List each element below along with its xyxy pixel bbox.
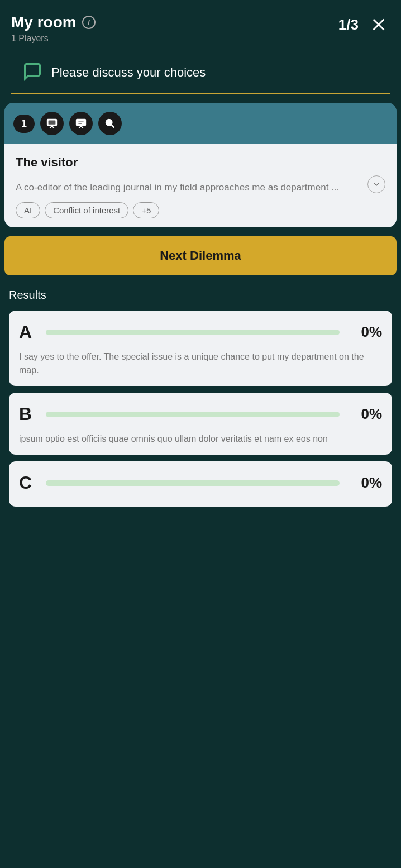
page-counter: 1/3 [338, 16, 359, 34]
discussion-text: Please discuss your choices [51, 65, 206, 80]
result-bar-a [46, 330, 340, 335]
players-label: 1 Players [11, 34, 96, 44]
result-card-a: A 0% I say yes to the offer. The special… [9, 311, 392, 386]
icon-presentation [40, 112, 64, 135]
title-row: My room i [11, 13, 96, 31]
result-letter-c: C [19, 473, 37, 493]
result-top-b: B 0% [19, 404, 382, 425]
result-percent-b: 0% [349, 406, 382, 423]
result-letter-b: B [19, 404, 37, 425]
card-badge: 1 [13, 115, 35, 133]
results-section: Results A 0% I say yes to the offer. The… [0, 275, 401, 507]
result-top-a: A 0% [19, 322, 382, 342]
result-desc-b: ipsum optio est officiis quae omnis quo … [19, 432, 382, 446]
svg-rect-4 [76, 119, 86, 126]
result-bar-c [46, 480, 340, 486]
card-tags: AI Conflict of interest +5 [16, 202, 385, 218]
tag-ai[interactable]: AI [16, 202, 40, 218]
card-header: 1 [4, 103, 397, 144]
tag-more[interactable]: +5 [133, 202, 159, 218]
result-card-c: C 0% [9, 461, 392, 507]
result-top-c: C 0% [19, 473, 382, 493]
info-icon[interactable]: i [82, 16, 96, 29]
result-percent-c: 0% [349, 474, 382, 492]
header: My room i 1 Players 1/3 [0, 0, 401, 53]
header-left: My room i 1 Players [11, 13, 96, 44]
tag-conflict[interactable]: Conflict of interest [45, 202, 128, 218]
results-title: Results [9, 289, 392, 302]
expand-button[interactable] [367, 175, 385, 193]
icon-search [98, 112, 122, 135]
result-bar-b [46, 412, 340, 417]
card-body: The visitor A co-editor of the leading j… [4, 144, 397, 227]
result-letter-a: A [19, 322, 37, 342]
result-percent-a: 0% [349, 323, 382, 341]
card-title: The visitor [16, 155, 385, 170]
room-title: My room [11, 13, 77, 31]
svg-rect-3 [49, 121, 56, 125]
close-button[interactable] [367, 13, 390, 36]
svg-line-6 [111, 125, 114, 127]
result-card-b: B 0% ipsum optio est officiis quae omnis… [9, 393, 392, 455]
card-description: A co-editor of the leading journal in my… [16, 175, 385, 194]
dilemma-card: 1 The visitor A co-editor of the leading… [4, 103, 397, 227]
chat-icon [22, 61, 42, 84]
next-dilemma-button[interactable]: Next Dilemma [4, 236, 397, 275]
icon-slides [69, 112, 93, 135]
result-desc-a: I say yes to the offer. The special issu… [19, 350, 382, 377]
discussion-banner: Please discuss your choices [11, 53, 390, 94]
svg-point-5 [106, 120, 112, 126]
